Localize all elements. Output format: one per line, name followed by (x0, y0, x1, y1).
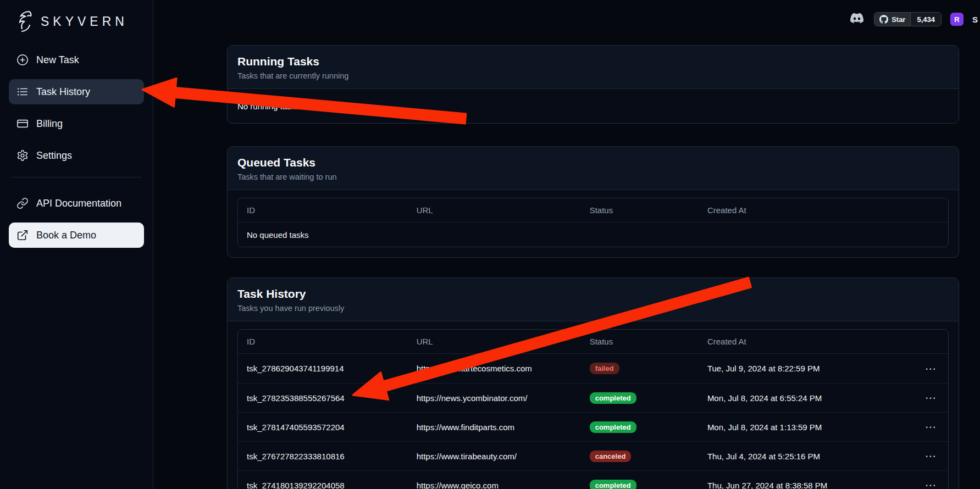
task-created-at: Mon, Jul 8, 2024 at 6:55:24 PM (707, 393, 822, 403)
queued-tasks-card: Queued Tasks Tasks that are waiting to r… (227, 146, 959, 258)
sidebar-item-label: API Documentation (36, 198, 121, 209)
card-title: Queued Tasks (237, 156, 949, 169)
github-icon (879, 15, 888, 24)
user-name-partial: S (972, 15, 978, 24)
status-cell: failed (590, 363, 707, 374)
sidebar-item-label: Task History (36, 86, 90, 98)
status-badge: completed (590, 480, 636, 489)
task-url: https://news.ycombinator.com/ (417, 393, 590, 403)
table-row[interactable]: tsk_278629043741199914 https://www.tarte… (238, 354, 948, 383)
sidebar-item-book-a-demo[interactable]: Book a Demo (9, 223, 144, 248)
task-history-header: Task History Tasks you have run previous… (228, 278, 959, 321)
status-badge: completed (590, 421, 636, 433)
column-header-status: Status (590, 337, 707, 346)
table-row[interactable]: tsk_278235388555267564 https://news.ycom… (238, 383, 948, 412)
link-icon (16, 197, 29, 209)
logo: SKYVERN (9, 8, 144, 47)
task-history-card: Task History Tasks you have run previous… (227, 277, 959, 489)
status-cell: completed (590, 392, 707, 404)
table-row[interactable]: tsk_274180139292204058 https://www.geico… (238, 470, 948, 489)
task-url: https://www.tartecosmetics.com (417, 364, 590, 373)
avatar[interactable]: R (950, 13, 964, 26)
task-id: tsk_278235388555267564 (247, 393, 417, 403)
task-created-at: Thu, Jul 4, 2024 at 5:25:16 PM (707, 452, 820, 461)
task-created-at: Mon, Jul 8, 2024 at 1:13:59 PM (707, 423, 822, 432)
plus-circle-icon (16, 54, 29, 66)
row-menu-button[interactable]: ⋯ (922, 391, 939, 404)
row-menu-button[interactable]: ⋯ (922, 449, 939, 463)
main-content: Running Tasks Tasks that are currently r… (227, 0, 959, 489)
column-header-id: ID (247, 337, 417, 346)
status-cell: canceled (590, 451, 707, 462)
status-cell: completed (590, 480, 707, 489)
status-badge: canceled (590, 451, 632, 462)
column-header-url: URL (417, 337, 590, 346)
sidebar-divider (11, 177, 142, 177)
card-subtitle: Tasks that are currently running (237, 71, 949, 80)
github-star-widget[interactable]: Star 5,434 (874, 12, 942, 26)
sidebar-item-label: Billing (36, 118, 63, 130)
card-subtitle: Tasks you have run previously (237, 304, 949, 313)
table-row[interactable]: tsk_278147405593572204 https://www.findi… (238, 412, 948, 441)
task-url: https://www.tirabeauty.com/ (417, 452, 590, 461)
row-menu-button[interactable]: ⋯ (922, 362, 939, 375)
external-link-icon (16, 229, 29, 241)
status-badge: failed (590, 363, 619, 374)
created-at-cell: Thu, Jul 4, 2024 at 5:25:16 PM ⋯ (707, 449, 939, 463)
sidebar-item-settings[interactable]: Settings (9, 143, 144, 168)
skyvern-logo-icon (11, 9, 36, 34)
column-header-url: URL (417, 205, 590, 215)
table-header-row: ID URL Status Created At (238, 198, 948, 223)
github-star-label: Star (892, 15, 905, 24)
card-subtitle: Tasks that are waiting to run (237, 173, 949, 181)
column-header-created-at: Created At (707, 337, 939, 346)
topbar: Star 5,434 R S (849, 11, 980, 27)
github-star-count[interactable]: 5,434 (910, 13, 941, 26)
sidebar-item-label: Book a Demo (36, 230, 96, 241)
status-cell: completed (590, 421, 707, 433)
table-header-row: ID URL Status Created At (238, 330, 948, 354)
task-url: https://www.finditparts.com (417, 423, 590, 432)
logo-text: SKYVERN (41, 14, 128, 29)
task-created-at: Tue, Jul 9, 2024 at 8:22:59 PM (707, 364, 820, 373)
gear-icon (16, 149, 29, 162)
running-tasks-card: Running Tasks Tasks that are currently r… (227, 45, 959, 124)
created-at-cell: Mon, Jul 8, 2024 at 1:13:59 PM ⋯ (707, 420, 939, 434)
table-row[interactable]: tsk_276727822333810816 https://www.tirab… (238, 441, 948, 470)
created-at-cell: Mon, Jul 8, 2024 at 6:55:24 PM ⋯ (707, 391, 939, 404)
sidebar-item-task-history[interactable]: Task History (9, 79, 144, 104)
column-header-id: ID (247, 205, 417, 215)
created-at-cell: Tue, Jul 9, 2024 at 8:22:59 PM ⋯ (707, 362, 939, 375)
row-menu-button[interactable]: ⋯ (922, 479, 939, 489)
discord-icon[interactable] (849, 12, 865, 27)
queued-tasks-table: ID URL Status Created At No queued tasks (237, 198, 949, 247)
sidebar-item-new-task[interactable]: New Task (9, 47, 144, 73)
created-at-cell: Thu, Jun 27, 2024 at 8:38:58 PM ⋯ (707, 479, 939, 489)
sidebar-item-api-documentation[interactable]: API Documentation (9, 191, 144, 216)
sidebar-nav: New Task Task History Billing (9, 47, 144, 168)
task-id: tsk_278629043741199914 (247, 364, 417, 373)
card-title: Running Tasks (237, 55, 949, 68)
credit-card-icon (16, 118, 29, 130)
queued-tasks-empty: No queued tasks (238, 223, 948, 247)
task-history-table: ID URL Status Created At tsk_27862904374… (237, 329, 949, 489)
column-header-created-at: Created At (707, 205, 939, 215)
running-tasks-header: Running Tasks Tasks that are currently r… (228, 46, 959, 89)
sidebar-item-label: New Task (36, 54, 79, 66)
status-badge: completed (590, 392, 636, 404)
sidebar-item-label: Settings (36, 150, 72, 162)
card-title: Task History (237, 287, 949, 301)
sidebar-secondary-nav: API Documentation Book a Demo (9, 191, 144, 248)
task-created-at: Thu, Jun 27, 2024 at 8:38:58 PM (707, 481, 827, 489)
running-tasks-empty: No running tasks (228, 89, 959, 123)
row-menu-button[interactable]: ⋯ (922, 420, 939, 434)
task-id: tsk_278147405593572204 (247, 423, 417, 432)
column-header-status: Status (590, 205, 707, 215)
task-id: tsk_276727822333810816 (247, 452, 417, 461)
github-star-button[interactable]: Star (874, 13, 910, 26)
list-icon (16, 86, 29, 98)
queued-tasks-header: Queued Tasks Tasks that are waiting to r… (228, 147, 959, 190)
task-id: tsk_274180139292204058 (247, 481, 417, 489)
sidebar: SKYVERN New Task Task History (0, 0, 153, 489)
sidebar-item-billing[interactable]: Billing (9, 111, 144, 136)
